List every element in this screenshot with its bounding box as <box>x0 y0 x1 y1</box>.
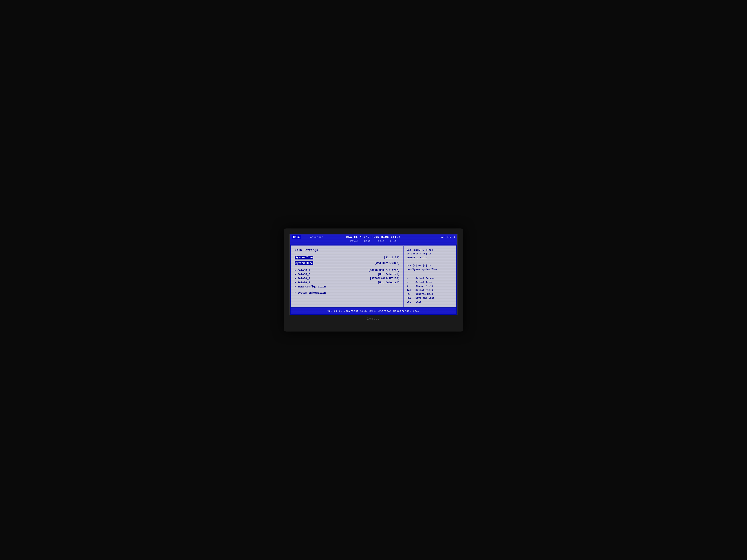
system-date-label: System Date <box>295 261 313 265</box>
desc-general-help: General Help <box>415 293 433 295</box>
sata2-value: [Not Detected] <box>378 273 400 276</box>
top-bar: Main Advanced M5A78L-M LX3 PLUS BIOS Set… <box>290 235 457 244</box>
tab-main[interactable]: Main <box>292 235 301 239</box>
sata2-row[interactable]: ▶ SATA3G_2 [Not Detected] <box>295 273 400 276</box>
nav-tabs-row: Power Boot Tools Exit <box>292 239 455 244</box>
top-row: Main Advanced M5A78L-M LX3 PLUS BIOS Set… <box>292 235 455 239</box>
help-line1: Use [ENTER], [TAB] <box>407 249 433 251</box>
keybind-section: ↔ Select Screen ↑↓ Select Item +- Change… <box>407 277 453 303</box>
bios-title: M5A78L-M LX3 PLUS BIOS Setup <box>346 236 401 239</box>
system-date-row: System Date [Wed 03/16/2022] <box>295 261 400 266</box>
monitor-brand: lenovo <box>289 317 458 320</box>
separator2 <box>295 290 400 290</box>
keybind-esc-exit: ESC Exit <box>407 300 453 303</box>
key-plusminus: +- <box>407 285 413 288</box>
sata-config-label: SATA Configuration <box>298 285 326 288</box>
system-info-row[interactable]: ▶ System Information <box>295 291 400 294</box>
keybind-select-item: ↑↓ Select Item <box>407 281 453 284</box>
help-line3: select a field. <box>407 256 429 259</box>
key-f10: F10 <box>407 297 413 299</box>
help-line2: or [SHIFT-TAB] to <box>407 252 432 255</box>
help-line5: Use [+] or [-] to <box>407 264 432 267</box>
desc-select-item: Select Item <box>415 281 432 284</box>
arrow-icon-sata2: ▶ <box>295 273 296 276</box>
desc-esc-exit: Exit <box>415 300 421 303</box>
arrow-icon-sata4: ▶ <box>295 281 296 284</box>
arrow-icon-sata1: ▶ <box>295 269 296 272</box>
key-tab: Tab <box>407 289 413 292</box>
sata2-label: SATA3G_2 <box>298 273 310 276</box>
tab-boot[interactable]: Boot <box>364 240 371 242</box>
system-time-row: System Time [12:11:58] <box>295 255 400 260</box>
key-esc: ESC <box>407 300 413 303</box>
keybind-change-field: +- Change Field <box>407 285 453 288</box>
version-badge: Version 12 <box>441 236 455 239</box>
arrow-icon-sata3: ▶ <box>295 277 296 280</box>
sata4-value: [Not Detected] <box>378 281 400 284</box>
content-wrapper: Main Settings System Time [12:11:58] Sys… <box>290 245 457 308</box>
sata4-label: SATA3G_4 <box>298 281 310 284</box>
desc-change-field: Change Field <box>415 285 433 288</box>
system-date-value: [Wed 03/16/2022] <box>375 262 400 265</box>
sata3-value: [ST500LM021-1KJ152] <box>370 277 400 280</box>
system-time-label: System Time <box>295 256 313 260</box>
sata3-row[interactable]: ▶ SATA3G_3 [ST500LM021-1KJ152] <box>295 277 400 280</box>
desc-save-exit: Save and Exit <box>415 297 434 299</box>
sata1-label: SATA3G_1 <box>298 269 310 272</box>
key-f1: F1 <box>407 293 413 295</box>
keybind-general-help: F1 General Help <box>407 293 453 295</box>
system-time-value: [12:11:58] <box>384 256 400 259</box>
keybind-save-exit: F10 Save and Exit <box>407 297 453 299</box>
key-arrows: ↔ <box>407 277 413 280</box>
bottom-bar: v02.61 (C)Copyright 1985-2011, American … <box>290 308 457 314</box>
system-info-label: System Information <box>298 291 326 294</box>
left-panel: Main Settings System Time [12:11:58] Sys… <box>291 246 404 307</box>
help-text: Use [ENTER], [TAB] or [SHIFT-TAB] to sel… <box>407 248 453 272</box>
tab-tools[interactable]: Tools <box>376 240 385 242</box>
tab-advanced[interactable]: Advanced <box>309 235 325 239</box>
arrow-icon-sata-config: ▶ <box>295 285 296 288</box>
arrow-icon-sysinfo: ▶ <box>295 291 296 294</box>
right-panel: Use [ENTER], [TAB] or [SHIFT-TAB] to sel… <box>404 246 456 307</box>
sata4-row[interactable]: ▶ SATA3G_4 [Not Detected] <box>295 281 400 284</box>
tab-exit[interactable]: Exit <box>390 240 397 242</box>
sata3-label: SATA3G_3 <box>298 277 310 280</box>
key-updown: ↑↓ <box>407 281 413 284</box>
desc-select-screen: Select Screen <box>415 277 434 280</box>
tab-power[interactable]: Power <box>350 240 359 242</box>
bios-screen: Main Advanced M5A78L-M LX3 PLUS BIOS Set… <box>289 234 458 315</box>
keybind-select-screen: ↔ Select Screen <box>407 277 453 280</box>
sata-config-row[interactable]: ▶ SATA Configuration <box>295 285 400 288</box>
keybind-select-field: Tab Select Field <box>407 289 453 292</box>
section-title: Main Settings <box>295 249 400 253</box>
sata1-row[interactable]: ▶ SATA3G_1 [FOERD SSD 2-2 128G] <box>295 269 400 272</box>
monitor-bezel: Main Advanced M5A78L-M LX3 PLUS BIOS Set… <box>284 229 463 332</box>
separator <box>295 267 400 267</box>
desc-select-field: Select Field <box>415 289 433 292</box>
help-line6: configure system Time. <box>407 268 439 271</box>
sata1-value: [FOERD SSD 2-2 128G] <box>368 269 400 272</box>
